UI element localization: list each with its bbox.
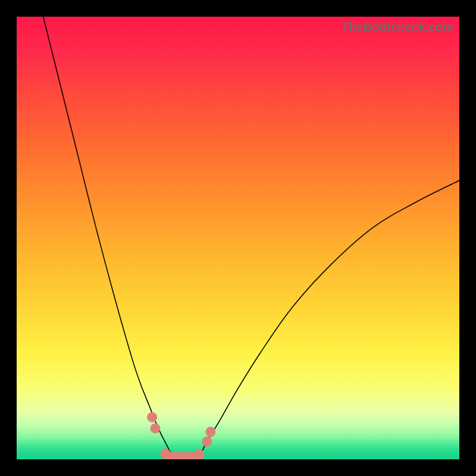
plot-area: TheBottleneck.com	[17, 17, 459, 459]
data-marker	[147, 412, 157, 422]
right-curve	[198, 180, 459, 459]
stage: TheBottleneck.com	[0, 0, 476, 476]
left-curve	[43, 17, 174, 459]
data-marker	[160, 449, 170, 459]
chart-svg	[17, 17, 459, 459]
data-marker	[205, 427, 215, 437]
data-marker	[202, 437, 212, 447]
data-marker	[150, 423, 160, 433]
data-marker	[194, 449, 204, 459]
